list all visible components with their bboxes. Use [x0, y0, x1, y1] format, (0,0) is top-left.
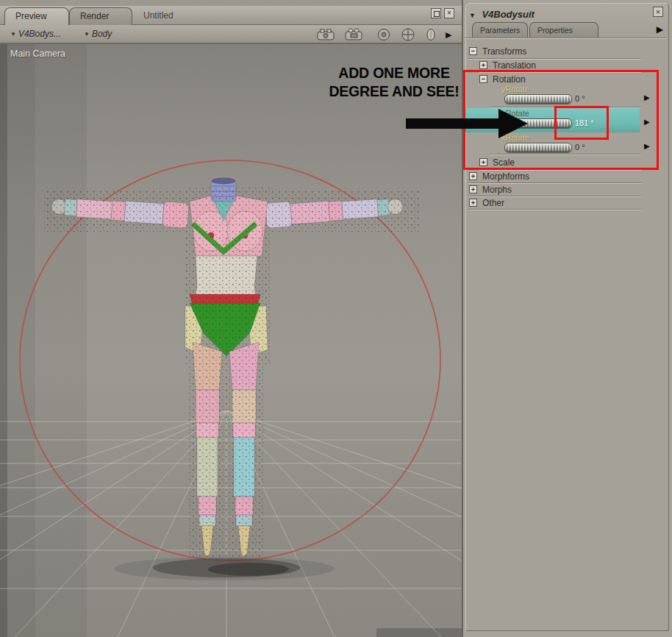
separator — [465, 38, 666, 39]
tab-preview[interactable]: Preview — [4, 7, 69, 25]
tab-overflow-arrow-icon[interactable]: ▶ — [657, 24, 663, 35]
tab-parameters[interactable]: Parameters — [472, 22, 528, 38]
flash-camera-icon[interactable] — [316, 28, 335, 44]
expand-icon[interactable]: + — [479, 61, 487, 69]
tree-item-label: Other — [482, 198, 504, 208]
palette-titlebar[interactable]: ▼ V4Bodysuit × — [469, 7, 665, 21]
annotation-line2: DEGREE AND SEE! — [321, 82, 462, 102]
palette-title: V4Bodysuit — [482, 9, 535, 20]
hand-tool-icon[interactable] — [425, 28, 437, 44]
annotation-arrow — [406, 109, 529, 141]
close-icon[interactable]: × — [653, 7, 663, 17]
viewport-tabbar: Render Preview Untitled × — [0, 6, 462, 25]
collapse-arrow-icon[interactable]: ▼ — [469, 12, 476, 19]
film-camera-icon[interactable] — [344, 28, 363, 44]
document-title: Untitled — [143, 10, 174, 21]
3d-figure[interactable] — [44, 178, 426, 566]
3d-scene[interactable] — [0, 44, 462, 637]
figure-dropdown-label: V4Bodys... — [18, 29, 61, 39]
dropdown-arrow-icon: ▼ — [10, 31, 16, 38]
value-annotation-box — [554, 106, 609, 140]
dropdown-arrow-icon: ▼ — [84, 31, 90, 38]
tab-properties[interactable]: Properties — [529, 22, 598, 38]
expand-icon[interactable]: + — [469, 199, 477, 207]
tree-item-label: Morphs — [482, 185, 512, 195]
viewport-canvas[interactable]: Main Camera — [0, 44, 462, 637]
tree-item-label: Translation — [493, 60, 536, 71]
close-icon[interactable]: × — [444, 8, 454, 18]
collapse-icon[interactable]: − — [469, 47, 477, 55]
restore-icon[interactable] — [431, 8, 441, 18]
tab-render[interactable]: Render — [69, 7, 132, 25]
tree-item-label: Morphforms — [482, 171, 529, 182]
figure-shadow — [114, 557, 335, 580]
toolbar-more-arrow-icon[interactable]: ▶ — [446, 30, 451, 40]
expand-icon[interactable]: + — [469, 185, 477, 193]
expand-icon[interactable]: + — [469, 172, 477, 180]
figure-dropdown[interactable]: ▼V4Bodys... — [10, 29, 61, 41]
separator — [468, 209, 641, 210]
viewport-pane: Render Preview Untitled × ▼V4Bodys... ▼B… — [0, 0, 462, 637]
annotation-text: ADD ONE MORE DEGREE AND SEE! — [321, 63, 462, 101]
poser-application-window: Render Preview Untitled × ▼V4Bodys... ▼B… — [0, 0, 672, 637]
camera-label: Main Camera — [10, 49, 65, 59]
annotation-line1: ADD ONE MORE — [321, 63, 462, 82]
move-camera-icon[interactable] — [400, 28, 416, 44]
bodypart-dropdown-label: Body — [92, 29, 112, 39]
tree-item-label: Transforms — [482, 46, 526, 57]
bodypart-dropdown[interactable]: ▼Body — [84, 29, 112, 41]
trackball-icon[interactable] — [376, 28, 391, 44]
viewport-toolbar: ▼V4Bodys... ▼Body ▶ — [0, 25, 462, 44]
tree-item-transforms[interactable]: − Transforms — [463, 46, 672, 59]
